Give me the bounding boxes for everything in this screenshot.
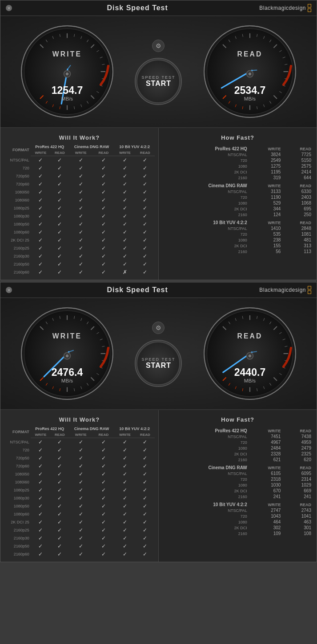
cinema-read-check: ✓ <box>93 462 115 470</box>
format-label: 720p50 <box>4 172 31 180</box>
prores-write-check: ✓ <box>31 252 51 260</box>
tenbit-read-check: ✓ <box>136 212 155 220</box>
prores-write-check: ✓ <box>31 454 51 462</box>
prores-write-header: WRITE <box>31 150 51 156</box>
prores-write-check: ✓ <box>31 212 51 220</box>
tenbit-read-check: ✓ <box>136 462 155 470</box>
svg-text:MB/s: MB/s <box>61 378 73 383</box>
tenbit-write-check: ✓ <box>114 502 136 510</box>
cinema-write-header: WRITE <box>69 432 93 438</box>
prores-write-check: ✓ <box>31 502 51 510</box>
tenbit-write-check: ✓ <box>114 534 136 542</box>
prores-read-header: READ <box>51 432 69 438</box>
prores-read-check: ✓ <box>51 446 69 454</box>
brand-logo: Blackmagicdesign <box>259 286 311 294</box>
format-label: 2K DCI 25 <box>4 518 31 526</box>
prores-read-check: ✓ <box>51 228 69 236</box>
prores-read-check: ✓ <box>51 268 69 276</box>
speed-row-label: NTSC/PAL <box>162 152 249 157</box>
prores-write-check: ✓ <box>31 156 51 165</box>
speed-row-label: 2160 <box>162 531 249 536</box>
speed-row-label: 720 <box>162 513 249 519</box>
gear-button[interactable]: ⚙ <box>152 322 165 334</box>
speed-read-val: 7438 <box>282 434 313 439</box>
speed-read-val: 5150 <box>282 157 313 163</box>
tenbit-write-check: ✓ <box>114 526 136 534</box>
cinema-write-check: ✓ <box>69 542 93 550</box>
svg-point-66 <box>249 72 251 75</box>
table-row: NTSC/PAL ✓ ✓ ✓ ✓ ✓ ✓ <box>4 156 155 165</box>
prores-read-check: ✓ <box>51 526 69 534</box>
speed-row-label: 720 <box>162 194 249 200</box>
close-button[interactable]: ✕ <box>6 287 12 293</box>
tenbit-read-check: ✓ <box>136 244 155 252</box>
speed-row: NTSC/PAL 7451 7438 <box>162 434 313 439</box>
read-col-header3: READ <box>282 217 313 225</box>
tenbit-write-check: ✓ <box>114 188 136 196</box>
prores-read-check: ✓ <box>51 252 69 260</box>
brand-text: Blackmagicdesign <box>259 5 306 11</box>
prores-read-check: ✓ <box>51 534 69 542</box>
tenbit-read-check: ✓ <box>136 260 155 268</box>
write-gauge-display: WRITE 1254.7 MB/s <box>20 25 114 118</box>
table-row: 1080p30 ✓ ✓ ✓ ✓ ✓ ✓ <box>4 212 155 220</box>
speed-test-button[interactable]: SPEED TEST START <box>136 341 181 386</box>
speed-write-val: 4967 <box>249 439 283 445</box>
speed-write-val: 2328 <box>249 451 283 457</box>
speed-read-val: 1068 <box>282 200 313 206</box>
speed-read-val: 313 <box>282 243 313 249</box>
speed-row: 1080 464 463 <box>162 519 313 525</box>
prores-read-check: ✓ <box>51 196 69 204</box>
table-row: 1080i60 ✓ ✓ ✓ ✓ ✓ ✓ <box>4 196 155 204</box>
speed-write-val: 155 <box>249 243 283 249</box>
prores-group-header: ProRes 422 HQ WRITE READ <box>162 426 313 434</box>
cinema-read-check: ✓ <box>93 470 115 478</box>
table-row: 2160p25 ✓ ✓ ✓ ✓ ✓ ✓ <box>4 526 155 534</box>
speed-read-val: 695 <box>282 206 313 212</box>
tenbit-read-check: ✓ <box>136 534 155 542</box>
tenbit-write-check: ✓ <box>114 156 136 165</box>
prores-speed-title: ProRes 422 HQ <box>162 144 249 152</box>
tenbit-read-check: ✓ <box>136 164 155 172</box>
table-row: 1080p60 ✓ ✓ ✓ ✓ ✓ ✓ <box>4 510 155 518</box>
table-row: 1080p25 ✓ ✓ ✓ ✓ ✓ ✓ <box>4 486 155 494</box>
tenbit-read-check: ✓ <box>136 446 155 454</box>
tenbit-write-check: ✗ <box>114 268 136 276</box>
window-title: Disk Speed Test <box>107 286 168 294</box>
read-col-header3: READ <box>282 499 313 507</box>
format-label: 1080i60 <box>4 478 31 486</box>
cinema-write-check: ✓ <box>69 478 93 486</box>
tenbit-read-check: ✓ <box>136 550 155 558</box>
speed-read-val: 1041 <box>282 513 313 519</box>
table-row: 1080p50 ✓ ✓ ✓ ✓ ✓ ✓ <box>4 220 155 228</box>
speed-row: 720 4967 4959 <box>162 439 313 445</box>
speed-row-label: 1080 <box>162 482 249 488</box>
speed-read-val: 113 <box>282 249 313 254</box>
prores-read-check: ✓ <box>51 454 69 462</box>
cinema-header: Cinema DNG RAW <box>69 426 114 432</box>
write-col-header2: WRITE <box>249 463 283 471</box>
speed-row: 1080 529 1068 <box>162 200 313 206</box>
gear-button[interactable]: ⚙ <box>152 40 165 52</box>
tenbit-write-check: ✓ <box>114 180 136 188</box>
write-gauge: WRITE 1254.7 MB/s <box>20 25 114 118</box>
tenbit-read-check: ✓ <box>136 486 155 494</box>
format-label: 720 <box>4 164 31 172</box>
tenbit-read-check: ✓ <box>136 268 155 276</box>
speed-write-val: 319 <box>249 175 283 181</box>
cinema-write-check: ✓ <box>69 438 93 447</box>
speed-row-label: 1080 <box>162 519 249 525</box>
prores-write-check: ✓ <box>31 510 51 518</box>
speed-write-val: 1410 <box>249 225 283 231</box>
prores-write-header: WRITE <box>31 432 51 438</box>
speed-row-label: 720 <box>162 476 249 482</box>
speed-test-button[interactable]: SPEED TEST START <box>136 59 181 104</box>
tenbit-read-check: ✓ <box>136 180 155 188</box>
svg-text:MB/s: MB/s <box>244 378 256 383</box>
speed-write-val: 464 <box>249 519 283 525</box>
speed-row: 720 2549 5150 <box>162 157 313 163</box>
close-button[interactable]: ✕ <box>6 5 12 11</box>
speed-row: NTSC/PAL 3824 7725 <box>162 152 313 157</box>
tenbit-write-check: ✓ <box>114 212 136 220</box>
prores-read-check: ✓ <box>51 156 69 165</box>
